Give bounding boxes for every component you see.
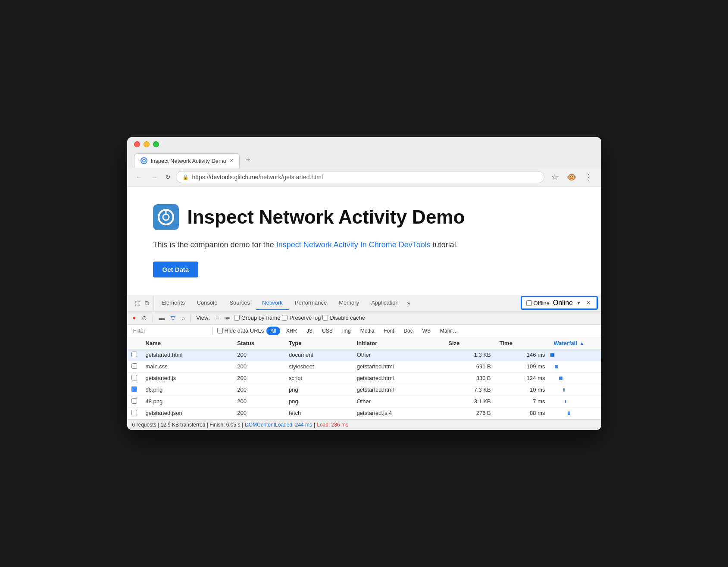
offline-label: Offline xyxy=(534,300,550,306)
col-type[interactable]: Type xyxy=(284,337,353,349)
minimize-traffic-light[interactable] xyxy=(144,141,150,147)
tab-more[interactable]: » xyxy=(405,296,413,310)
disable-cache-label[interactable]: Disable cache xyxy=(322,315,365,321)
row-type: stylesheet xyxy=(284,361,353,372)
table-row[interactable]: getstarted.json200fetchgetstarted.js:427… xyxy=(127,407,601,419)
col-name[interactable]: Name xyxy=(141,337,233,349)
online-dropdown-arrow[interactable]: ▼ xyxy=(576,300,581,305)
filter-doc-button[interactable]: Doc xyxy=(400,327,416,335)
tab-memory[interactable]: Memory xyxy=(333,296,365,310)
col-time[interactable]: Time xyxy=(495,337,550,349)
preserve-log-checkbox[interactable] xyxy=(282,315,287,321)
col-size[interactable]: Size xyxy=(444,337,495,349)
row-name[interactable]: getstarted.html xyxy=(141,349,233,361)
forward-button[interactable]: → xyxy=(150,172,160,182)
filter-input[interactable] xyxy=(131,327,208,335)
row-name[interactable]: 96.png xyxy=(141,384,233,396)
tab-close-button[interactable]: × xyxy=(230,158,233,164)
waterfall-bar xyxy=(559,377,562,380)
table-row[interactable]: 48.png200pngOther3.1 KB7 ms xyxy=(127,396,601,407)
tab-sources[interactable]: Sources xyxy=(223,296,256,310)
back-button[interactable]: ← xyxy=(134,172,144,182)
get-data-button[interactable]: Get Data xyxy=(153,262,199,277)
filter-xhr-button[interactable]: XHR xyxy=(283,327,300,335)
waterfall-bar xyxy=(565,400,566,403)
devtools-toolbar: ● ⊘ ▬ ▽ ⌕ View: ≡ ≔ Group by frame Prese… xyxy=(127,312,601,325)
group-by-frame-checkbox[interactable] xyxy=(234,315,240,321)
filter-ws-button[interactable]: WS xyxy=(419,327,434,335)
waterfall-bar xyxy=(568,411,570,415)
table-row[interactable]: main.css200stylesheetgetstarted.html691 … xyxy=(127,361,601,372)
row-checkbox[interactable] xyxy=(131,363,137,369)
avatar-button[interactable]: 🐵 xyxy=(565,171,578,183)
grid-view-button[interactable]: ≔ xyxy=(222,313,232,323)
table-header-row: Name Status Type Initiator Size Time Wat… xyxy=(127,337,601,349)
row-initiator[interactable]: getstarted.html xyxy=(353,384,444,396)
row-name[interactable]: getstarted.json xyxy=(141,407,233,419)
row-checkbox[interactable] xyxy=(131,352,137,357)
row-name[interactable]: 48.png xyxy=(141,396,233,407)
table-row[interactable]: 96.png200pnggetstarted.html7.3 KB10 ms xyxy=(127,384,601,396)
row-type: png xyxy=(284,396,353,407)
more-options-button[interactable]: ⋮ xyxy=(583,171,594,183)
tab-application[interactable]: Application xyxy=(365,296,405,310)
tab-console[interactable]: Console xyxy=(191,296,224,310)
close-traffic-light[interactable] xyxy=(134,141,140,147)
camera-button[interactable]: ▬ xyxy=(156,313,167,323)
offline-checkbox-label[interactable]: Offline xyxy=(526,300,550,306)
search-button[interactable]: ⌕ xyxy=(179,313,187,323)
filter-all-button[interactable]: All xyxy=(266,327,280,335)
row-status: 200 xyxy=(233,361,284,372)
filter-css-button[interactable]: CSS xyxy=(319,327,336,335)
filter-media-button[interactable]: Media xyxy=(357,327,378,335)
col-waterfall[interactable]: Waterfall ▲ xyxy=(550,337,601,349)
inspect-element-icon[interactable]: ⬚ xyxy=(134,299,141,308)
disable-cache-checkbox[interactable] xyxy=(322,315,328,321)
table-row[interactable]: getstarted.js200scriptgetstarted.html330… xyxy=(127,372,601,384)
row-checkbox-cell xyxy=(127,396,141,407)
stop-button[interactable]: ⊘ xyxy=(140,313,149,323)
filter-font-button[interactable]: Font xyxy=(380,327,397,335)
url-bar[interactable]: 🔒 https://devtools.glitch.me/network/get… xyxy=(176,171,544,183)
refresh-button[interactable]: ↻ xyxy=(165,173,171,181)
maximize-traffic-light[interactable] xyxy=(153,141,159,147)
toolbar-separator-2 xyxy=(191,314,191,322)
group-by-frame-label[interactable]: Group by frame xyxy=(234,315,280,321)
filter-img-button[interactable]: Img xyxy=(339,327,354,335)
col-initiator[interactable]: Initiator xyxy=(353,337,444,349)
devtools-close-button[interactable]: × xyxy=(584,299,592,307)
device-toggle-icon[interactable]: ⧉ xyxy=(144,299,150,308)
list-view-button[interactable]: ≡ xyxy=(213,313,221,323)
filter-button[interactable]: ▽ xyxy=(169,313,178,323)
address-bar: ← → ↻ 🔒 https://devtools.glitch.me/netwo… xyxy=(127,168,601,187)
row-checkbox[interactable] xyxy=(131,410,137,415)
active-tab[interactable]: Inspect Network Activity Demo × xyxy=(134,153,240,168)
row-initiator[interactable]: getstarted.html xyxy=(353,361,444,372)
hide-data-urls-label[interactable]: Hide data URLs xyxy=(217,327,264,334)
tab-network[interactable]: Network xyxy=(256,296,289,310)
filter-manifest-button[interactable]: Manif… xyxy=(437,327,461,335)
col-status[interactable]: Status xyxy=(233,337,284,349)
record-button[interactable]: ● xyxy=(131,313,138,322)
network-table: Name Status Type Initiator Size Time Wat… xyxy=(127,337,601,419)
row-checkbox[interactable] xyxy=(131,375,137,380)
row-name[interactable]: getstarted.js xyxy=(141,372,233,384)
row-initiator[interactable]: getstarted.js:4 xyxy=(353,407,444,419)
table-row[interactable]: getstarted.html200documentOther1.3 KB146… xyxy=(127,349,601,361)
tab-performance[interactable]: Performance xyxy=(289,296,333,310)
row-time: 146 ms xyxy=(495,349,550,361)
tab-elements[interactable]: Elements xyxy=(156,296,191,310)
new-tab-button[interactable]: + xyxy=(241,152,255,168)
row-name[interactable]: main.css xyxy=(141,361,233,372)
hide-data-urls-checkbox[interactable] xyxy=(217,328,223,333)
row-checkbox[interactable] xyxy=(131,398,137,404)
toolbar-separator-1 xyxy=(153,314,153,322)
row-initiator[interactable]: getstarted.html xyxy=(353,372,444,384)
offline-checkbox[interactable] xyxy=(526,300,532,306)
devtools-link[interactable]: Inspect Network Activity In Chrome DevTo… xyxy=(276,240,431,249)
devtools-tabs-bar: ⬚ ⧉ Elements Console Sources Network Per… xyxy=(127,295,601,312)
bookmark-button[interactable]: ☆ xyxy=(550,171,560,183)
tab-favicon xyxy=(141,157,147,164)
filter-js-button[interactable]: JS xyxy=(303,327,316,335)
preserve-log-label[interactable]: Preserve log xyxy=(282,315,321,321)
